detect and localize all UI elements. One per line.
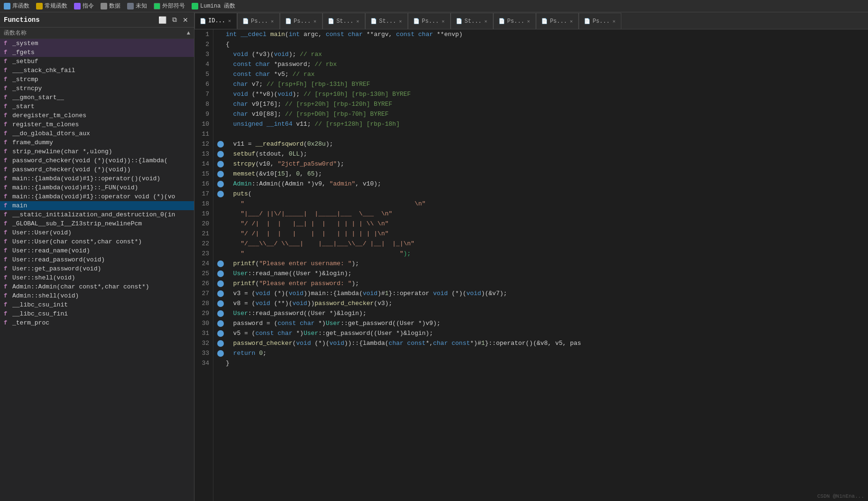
tab-close-btn[interactable]: ✕: [398, 18, 403, 25]
function-name: strip_newline(char *,ulong): [12, 148, 112, 155]
sidebar-restore-btn[interactable]: ⬜: [157, 15, 168, 25]
sidebar-function-item[interactable]: f_start: [0, 102, 194, 111]
legend-dot-regular: [36, 3, 43, 9]
empty-dot: [217, 241, 224, 247]
sidebar-function-item[interactable]: fUser::read_name(void): [0, 246, 194, 255]
line-number: 27: [198, 288, 209, 298]
sidebar-function-item[interactable]: fUser::shell(void): [0, 273, 194, 282]
sidebar-function-item[interactable]: f__static_initialization_and_destruction…: [0, 210, 194, 219]
breakpoint-dot[interactable]: [217, 181, 224, 187]
function-name: Admin::Admin(char const*,char const*): [12, 283, 149, 290]
sidebar-function-item[interactable]: f__do_global_dtors_aux: [0, 129, 194, 138]
legend-item-external: 外部符号: [154, 2, 185, 10]
sidebar-function-item[interactable]: f_term_proc: [0, 318, 194, 327]
sidebar-function-item[interactable]: fUser::read_password(void): [0, 255, 194, 264]
empty-dot: [217, 41, 224, 48]
tab-item[interactable]: 📄St...✕: [451, 13, 493, 29]
sidebar-function-item[interactable]: f__libc_csu_init: [0, 300, 194, 309]
line-number: 19: [198, 209, 209, 219]
breakpoint-dot[interactable]: [217, 161, 224, 167]
sidebar-function-item[interactable]: fmain::{lambda(void)#1}::_FUN(void): [0, 183, 194, 192]
sidebar-function-item[interactable]: fUser::get_password(void): [0, 264, 194, 273]
tab-item[interactable]: 📄Ps...✕: [493, 13, 536, 29]
function-name: main::{lambda(void)#1}::operator()(void): [12, 175, 160, 182]
tab-close-btn[interactable]: ✕: [313, 18, 317, 25]
breakpoint-dot[interactable]: [217, 141, 224, 148]
sidebar-function-item[interactable]: f_strncpy: [0, 84, 194, 93]
tab-close-btn[interactable]: ✕: [441, 18, 445, 25]
empty-dot: [217, 211, 224, 217]
sidebar-function-item[interactable]: f__libc_csu_fini: [0, 309, 194, 318]
sidebar-function-item[interactable]: f_fgets: [0, 48, 194, 57]
tab-item[interactable]: 📄Ps...✕: [408, 13, 451, 29]
code-line: " ");: [217, 249, 868, 259]
breakpoint-dot[interactable]: [217, 320, 224, 327]
breakpoint-dot[interactable]: [217, 151, 224, 158]
breakpoint-dot[interactable]: [217, 330, 224, 337]
tab-item[interactable]: 📄Ps...✕: [237, 13, 280, 29]
tab-close-btn[interactable]: ✕: [270, 18, 275, 25]
tab-close-btn[interactable]: ✕: [483, 18, 488, 25]
tab-close-btn[interactable]: ✕: [611, 18, 616, 25]
sidebar-function-item[interactable]: f_GLOBAL__sub_I__Z13strip_newlinePcm: [0, 219, 194, 228]
breakpoint-dot[interactable]: [217, 350, 224, 357]
tab-item[interactable]: 📄ID...✕: [194, 13, 237, 29]
code-line: "|___/ ||\/|_____| |_____|___ \___ \n": [217, 209, 868, 219]
function-name: User::shell(void): [12, 274, 75, 281]
sidebar-function-item[interactable]: fAdmin::Admin(char const*,char const*): [0, 282, 194, 291]
sidebar-function-item[interactable]: fAdmin::shell(void): [0, 291, 194, 300]
tab-close-btn[interactable]: ✕: [569, 18, 573, 25]
line-number: 28: [198, 298, 209, 308]
sidebar-list[interactable]: f_systemf_fgetsf_setbuff___stack_chk_fai…: [0, 39, 194, 501]
breakpoint-dot[interactable]: [217, 280, 224, 287]
tab-item[interactable]: 📄St...✕: [323, 13, 365, 29]
legend-item-regular: 常规函数: [36, 2, 67, 10]
sidebar-function-item[interactable]: fmain::{lambda(void)#1}::operator void (…: [0, 192, 194, 201]
sidebar-function-item[interactable]: fpassword_checker(void (*)(void))::{lamb…: [0, 156, 194, 165]
code-line: printf("Please enter username: ");: [217, 259, 868, 269]
function-icon: f: [4, 239, 9, 245]
sidebar-function-item[interactable]: f___stack_chk_fail: [0, 66, 194, 75]
code-line: printf("Please enter password: ");: [217, 278, 868, 288]
sidebar-function-item[interactable]: fderegister_tm_clones: [0, 111, 194, 120]
tab-label: Ps...: [507, 18, 524, 25]
breakpoint-dot[interactable]: [217, 290, 224, 297]
sidebar-function-item[interactable]: fregister_tm_clones: [0, 120, 194, 129]
breakpoint-dot[interactable]: [217, 270, 224, 277]
function-name: _GLOBAL__sub_I__Z13strip_newlinePcm: [12, 220, 142, 227]
breakpoint-dot[interactable]: [217, 171, 224, 177]
code-container[interactable]: 1234567891011121314151617181920212223242…: [194, 29, 868, 501]
sidebar-scroll-up-icon[interactable]: ▲: [187, 30, 190, 37]
breakpoint-dot[interactable]: [217, 300, 224, 307]
code-text: void (*v3)(void); // rax: [226, 49, 322, 59]
breakpoint-dot[interactable]: [217, 191, 224, 197]
tab-item[interactable]: 📄Ps...✕: [280, 13, 323, 29]
sidebar-function-item[interactable]: fUser::User(char const*,char const*): [0, 237, 194, 246]
function-icon: f: [4, 302, 9, 308]
sidebar-function-item[interactable]: f_strcmp: [0, 75, 194, 84]
tab-item[interactable]: 📄St...✕: [365, 13, 408, 29]
breakpoint-dot[interactable]: [217, 340, 224, 347]
tab-item[interactable]: 📄Ps...✕: [536, 13, 579, 29]
sidebar-function-item[interactable]: fframe_dummy: [0, 138, 194, 147]
sidebar-function-item[interactable]: fstrip_newline(char *,ulong): [0, 147, 194, 156]
sidebar-float-btn[interactable]: ⧉: [170, 15, 179, 25]
sidebar-function-item[interactable]: fpassword_checker(void (*)(void)): [0, 165, 194, 174]
tab-close-btn[interactable]: ✕: [355, 18, 360, 25]
tab-label: Ps...: [592, 18, 609, 25]
sidebar-function-item[interactable]: f__gmon_start__: [0, 93, 194, 102]
tab-close-btn[interactable]: ✕: [227, 18, 232, 24]
function-name: main::{lambda(void)#1}::operator void (*…: [12, 193, 175, 200]
sidebar-function-item[interactable]: f_system: [0, 39, 194, 48]
breakpoint-dot[interactable]: [217, 260, 224, 267]
sidebar-function-item[interactable]: fmain: [0, 201, 194, 210]
sidebar-close-btn[interactable]: ✕: [181, 15, 190, 25]
tab-item[interactable]: 📄Ps...✕: [579, 13, 621, 29]
code-text: strcpy(v10, "2jctf_pa5sw0rd");: [226, 159, 344, 169]
tab-close-btn[interactable]: ✕: [526, 18, 531, 25]
sidebar-function-item[interactable]: fUser::User(void): [0, 228, 194, 237]
tab-label: Ps...: [294, 18, 311, 25]
sidebar-function-item[interactable]: f_setbuf: [0, 57, 194, 66]
breakpoint-dot[interactable]: [217, 310, 224, 317]
sidebar-function-item[interactable]: fmain::{lambda(void)#1}::operator()(void…: [0, 174, 194, 183]
